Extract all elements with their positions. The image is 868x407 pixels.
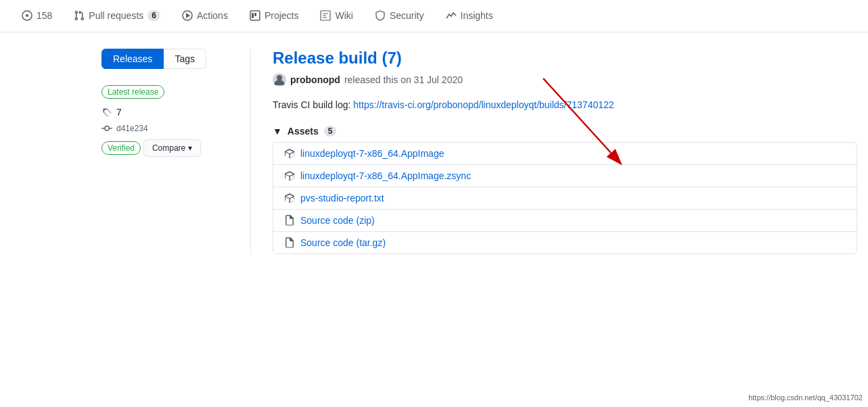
asset-item-source-zip[interactable]: Source code (zip) [273,210,856,232]
compare-button[interactable]: Compare ▾ [143,139,201,157]
tag-count-number: 7 [116,107,122,118]
asset-name-4: Source code (zip) [300,215,375,226]
asset-item-report[interactable]: pvs-studio-report.txt [273,187,856,210]
nav-pull-requests[interactable]: Pull requests 6 [63,2,171,30]
projects-icon [250,10,260,21]
annotation-container: ▼ Assets 5 linuxdeployqt-7-x86_64.AppIma… [273,126,857,254]
wiki-icon [320,10,331,21]
verified-badge: Verified [101,141,141,155]
pull-request-icon [74,10,85,21]
tab-group: Releases Tags [101,49,234,69]
tab-releases[interactable]: Releases [101,49,164,69]
asset-name-1: linuxdeployqt-7-x86_64.AppImage [300,148,444,159]
file-icon-1 [284,215,295,226]
wiki-label: Wiki [335,10,352,21]
release-title[interactable]: Release build (7) [273,49,857,68]
asset-name-3: pvs-studio-report.txt [300,193,384,204]
asset-name-2: linuxdeployqt-7-x86_64.AppImage.zsync [300,170,471,181]
svg-point-7 [277,75,282,80]
assets-list: linuxdeployqt-7-x86_64.AppImage linuxdep… [273,142,857,254]
nav-security[interactable]: Security [364,2,435,30]
release-meta: probonopd released this on 31 Jul 2020 [273,73,857,87]
asset-item-source-tar[interactable]: Source code (tar.gz) [273,232,856,254]
actions-icon [182,10,193,21]
release-body-text: Travis CI build log: [273,99,353,110]
page-container: Releases Tags Latest release 7 d41e234 V… [0,32,868,270]
tab-tags[interactable]: Tags [164,49,206,69]
asset-name-5: Source code (tar.gz) [300,237,386,248]
asset-item-appimage[interactable]: linuxdeployqt-7-x86_64.AppImage [273,143,856,165]
assets-label: Assets [288,126,319,137]
pull-requests-badge: 6 [147,10,160,21]
compare-label: Compare [152,143,185,153]
avatar [273,73,286,87]
nav-issues[interactable]: 158 [11,2,63,30]
sidebar: Releases Tags Latest release 7 d41e234 V… [101,49,250,254]
assets-toggle-icon: ▼ [273,126,282,137]
latest-release-badge: Latest release [101,85,164,99]
issues-icon [22,10,32,21]
insights-label: Insights [461,10,493,21]
box-icon [284,148,295,159]
commit-hash: d41e234 [101,123,234,134]
assets-count: 5 [324,126,337,137]
chevron-down-icon: ▾ [188,143,192,153]
release-body: Travis CI build log: https://travis-ci.o… [273,97,857,112]
commit-icon [101,123,112,134]
svg-point-1 [26,14,28,17]
svg-rect-6 [254,13,256,16]
box-icon-3 [284,193,295,204]
release-date: released this on 31 Jul 2020 [344,74,463,85]
pull-requests-label: Pull requests [89,10,143,21]
insights-icon [446,10,457,21]
release-author[interactable]: probonopd [290,74,340,85]
actions-label: Actions [197,10,228,21]
issues-count: 158 [37,10,52,21]
main-content: Release build (7) probonopd released thi… [273,49,857,254]
nav-actions[interactable]: Actions [171,2,239,30]
nav-projects[interactable]: Projects [239,2,310,30]
svg-marker-3 [186,13,190,18]
box-icon-2 [284,170,295,181]
sidebar-divider [250,49,251,254]
nav-insights[interactable]: Insights [435,2,504,30]
assets-header[interactable]: ▼ Assets 5 [273,126,857,137]
file-icon-2 [284,237,295,248]
build-link[interactable]: https://travis-ci.org/probonopd/linuxdep… [353,99,614,110]
tag-count: 7 [101,107,234,118]
tag-icon [101,107,112,118]
asset-item-zsync[interactable]: linuxdeployqt-7-x86_64.AppImage.zsync [273,165,856,187]
projects-label: Projects [265,10,299,21]
security-icon [375,10,386,21]
commit-hash-value: d41e234 [116,124,148,133]
top-nav: 158 Pull requests 6 Actions Projects Wik… [0,0,868,32]
svg-rect-5 [252,13,254,18]
security-label: Security [390,10,424,21]
nav-wiki[interactable]: Wiki [309,2,363,30]
